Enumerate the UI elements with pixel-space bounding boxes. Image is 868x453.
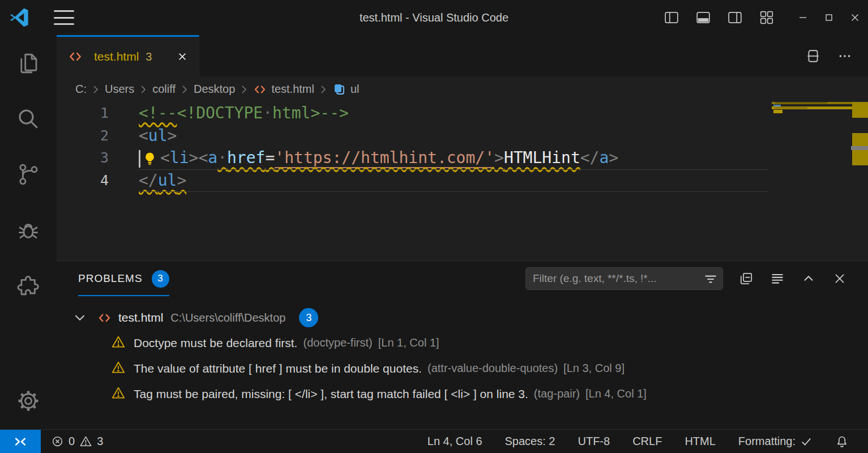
breadcrumb-item-test-html[interactable]: test.html	[253, 83, 314, 96]
minimize-button[interactable]	[790, 0, 816, 35]
code-token: ul	[148, 126, 168, 145]
tab-test-html[interactable]: test.html 3	[57, 35, 199, 76]
view-as-table-icon[interactable]	[769, 271, 785, 287]
lightbulb-icon[interactable]	[142, 151, 157, 166]
error-icon	[51, 435, 64, 448]
search-icon[interactable]	[15, 105, 42, 133]
line-number[interactable]: 4	[57, 169, 139, 192]
problems-file-group[interactable]: test.html C:\Users\coliff\Desktop 3	[57, 305, 868, 330]
status-eol[interactable]: CRLF	[630, 435, 664, 448]
code-editor[interactable]: 1<!--<!DOCTYPE·html>-->2<ul>3<li><a·href…	[57, 102, 868, 260]
html-file-icon	[68, 49, 83, 64]
code-token: >	[177, 171, 186, 190]
problem-location: [Ln 1, Col 1]	[378, 336, 439, 349]
symbol-icon	[332, 83, 346, 96]
extensions-icon[interactable]	[15, 272, 42, 299]
tab-close-icon[interactable]	[175, 49, 190, 64]
minimap[interactable]	[772, 102, 852, 259]
breadcrumb-item-users[interactable]: Users	[105, 83, 134, 96]
problem-row-2[interactable]: The value of attribute [ href ] must be …	[57, 356, 868, 381]
run-and-debug-icon[interactable]	[15, 216, 42, 243]
status-encoding[interactable]: UTF-8	[575, 435, 612, 448]
formatting-status[interactable]: Formatting:	[736, 435, 815, 448]
code-token: >	[494, 148, 504, 167]
notifications-bell-icon[interactable]	[833, 435, 851, 448]
toggle-secondary-sidebar-icon[interactable]	[726, 9, 743, 26]
breadcrumb-item-coliff[interactable]: coliff	[152, 83, 176, 96]
problems-status[interactable]: 0 3	[49, 430, 105, 453]
problems-file-name: test.html	[118, 311, 163, 324]
customize-layout-icon[interactable]	[758, 9, 775, 26]
close-panel-icon[interactable]	[832, 271, 848, 287]
activity-bar	[0, 35, 57, 429]
code-token: html>-->	[272, 104, 349, 122]
code-line-1[interactable]: 1<!--<!DOCTYPE·html>-->	[57, 102, 768, 125]
breadcrumb-item-ul[interactable]: ul	[332, 83, 360, 96]
html-file-icon	[97, 311, 112, 325]
collapse-all-icon[interactable]	[738, 271, 754, 287]
overview-ruler[interactable]	[852, 102, 868, 260]
problems-filter-input[interactable]	[526, 268, 722, 289]
close-window-button[interactable]	[842, 0, 868, 35]
line-content[interactable]: <ul>	[139, 125, 177, 147]
code-token: 'https://htmlhint.com/'	[275, 148, 494, 168]
filter-icon[interactable]	[703, 272, 718, 287]
tab-bar: test.html 3	[57, 35, 868, 76]
code-token: <	[139, 126, 148, 145]
code-token: href	[227, 148, 265, 167]
line-content[interactable]: </ul>	[139, 169, 186, 192]
code-token: HTMLHint	[504, 148, 580, 167]
html-file-icon	[253, 83, 267, 96]
status-cursor-position[interactable]: Ln 4, Col 6	[425, 435, 485, 448]
breadcrumb-separator-icon	[319, 84, 327, 95]
maximize-button[interactable]	[816, 0, 842, 35]
chevron-down-icon[interactable]	[72, 310, 87, 325]
problems-tab[interactable]: PROBLEMS 3	[78, 261, 169, 296]
more-actions-icon[interactable]	[836, 48, 853, 65]
code-line-3[interactable]: 3<li><a·href='https://htmlhint.com/'>HTM…	[57, 147, 768, 169]
code-line-2[interactable]: 2<ul>	[57, 125, 768, 147]
breadcrumb-label: Users	[105, 83, 134, 96]
code-token: li	[170, 148, 189, 167]
problems-list: test.html C:\Users\coliff\Desktop 3 Doct…	[57, 296, 868, 407]
problems-file-badge: 3	[299, 308, 318, 327]
warning-icon	[111, 386, 126, 403]
line-number[interactable]: 1	[57, 102, 139, 125]
split-editor-icon[interactable]	[805, 48, 822, 65]
code-line-4[interactable]: 4</ul>	[57, 169, 768, 192]
warning-count: 3	[97, 435, 103, 448]
problem-row-1[interactable]: Doctype must be declared first.(doctype-…	[57, 330, 868, 356]
code-token: a	[599, 148, 609, 167]
line-number[interactable]: 2	[57, 125, 139, 147]
minimap-warning-line-4	[773, 110, 783, 113]
problem-message: Doctype must be declared first.	[134, 336, 297, 350]
manage-gear-icon[interactable]	[15, 387, 42, 414]
code-token: <	[160, 148, 170, 167]
line-number[interactable]: 3	[57, 147, 139, 169]
breadcrumb-label: C:	[75, 83, 87, 96]
maximize-panel-icon[interactable]	[801, 271, 816, 287]
remote-indicator[interactable]	[0, 430, 41, 453]
status-bar: 0 3 Ln 4, Col 6Spaces: 2UTF-8CRLFHTML Fo…	[0, 429, 868, 453]
explorer-icon[interactable]	[15, 50, 42, 77]
problem-message: Tag must be paired, missing: [ </li> ], …	[134, 387, 528, 401]
tab-label: test.html	[94, 50, 139, 63]
breadcrumb-label: test.html	[271, 83, 314, 96]
line-content[interactable]: <li><a·href='https://htmlhint.com/'>HTML…	[139, 147, 618, 169]
toggle-primary-sidebar-icon[interactable]	[663, 9, 680, 26]
breadcrumb-item-c-[interactable]: C:	[75, 83, 87, 96]
status-language-mode[interactable]: HTML	[682, 435, 717, 448]
line-content[interactable]: <!--<!DOCTYPE·html>-->	[139, 102, 349, 125]
problems-count-badge: 3	[152, 270, 169, 288]
problem-location: [Ln 3, Col 9]	[563, 362, 625, 375]
problem-row-3[interactable]: Tag must be paired, missing: [ </li> ], …	[57, 381, 868, 407]
menu-icon[interactable]	[54, 10, 74, 25]
source-control-icon[interactable]	[15, 161, 42, 188]
breadcrumb-separator-icon	[92, 84, 100, 95]
text-cursor	[139, 150, 140, 168]
toggle-panel-icon[interactable]	[695, 9, 712, 26]
vscode-logo-icon	[10, 8, 29, 27]
ruler-warning-mark-top	[852, 102, 868, 118]
breadcrumb-item-desktop[interactable]: Desktop	[194, 83, 235, 96]
status-indentation[interactable]: Spaces: 2	[503, 435, 558, 448]
